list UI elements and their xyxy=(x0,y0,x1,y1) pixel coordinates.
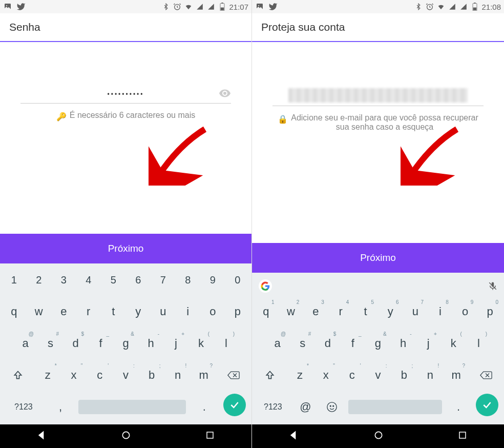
key-j[interactable]: j+ xyxy=(164,330,187,357)
key-r[interactable]: r xyxy=(77,298,100,325)
key-o[interactable]: o xyxy=(201,298,224,325)
key-g[interactable]: g& xyxy=(366,330,389,357)
next-button[interactable]: Próximo xyxy=(0,234,251,263)
kb-row-2: q1w2e3r4t5y6u7i8o9p0 xyxy=(254,298,502,325)
svg-rect-12 xyxy=(474,3,476,4)
comma-key[interactable]: , xyxy=(47,394,75,420)
key-l[interactable]: l) xyxy=(467,330,490,357)
period-key[interactable]: . xyxy=(446,394,471,420)
key-4[interactable]: 4 xyxy=(77,267,100,293)
key-n[interactable]: n! xyxy=(166,362,190,389)
header: Senha xyxy=(0,13,251,42)
back-button[interactable] xyxy=(279,426,309,446)
key-w[interactable]: w2 xyxy=(280,298,303,325)
key-i[interactable]: i8 xyxy=(429,298,452,325)
key-m[interactable]: m? xyxy=(444,362,468,389)
key-b[interactable]: b; xyxy=(392,362,416,389)
at-key[interactable]: @ xyxy=(293,394,318,420)
key-f[interactable]: f_ xyxy=(89,330,112,357)
key-7[interactable]: 7 xyxy=(152,267,175,293)
key-m[interactable]: m? xyxy=(192,362,216,389)
google-icon[interactable] xyxy=(259,279,272,293)
key-s[interactable]: s# xyxy=(39,330,62,357)
twitter-icon xyxy=(16,2,26,11)
home-button[interactable] xyxy=(111,426,141,446)
key-3[interactable]: 3 xyxy=(52,267,75,293)
email-input[interactable] xyxy=(272,88,484,106)
key-z[interactable]: z* xyxy=(36,362,60,389)
home-button[interactable] xyxy=(363,426,394,446)
key-x[interactable]: x" xyxy=(62,362,86,389)
shift-key[interactable] xyxy=(255,362,286,389)
key-x[interactable]: x" xyxy=(314,362,338,389)
space-key[interactable] xyxy=(76,394,188,420)
key-9[interactable]: 9 xyxy=(201,267,224,293)
backspace-key[interactable] xyxy=(218,362,249,389)
shift-key[interactable] xyxy=(3,362,34,389)
key-e[interactable]: e xyxy=(52,298,75,325)
key-p[interactable]: p0 xyxy=(478,298,501,325)
password-input[interactable]: •••••••••• xyxy=(20,88,231,104)
key-8[interactable]: 8 xyxy=(177,267,200,293)
key-w[interactable]: w xyxy=(28,298,51,325)
space-key[interactable] xyxy=(346,394,444,420)
key-z[interactable]: z* xyxy=(288,362,312,389)
signal-icon xyxy=(448,2,457,11)
key-t[interactable]: t5 xyxy=(354,298,377,325)
key-d[interactable]: d$ xyxy=(316,330,339,357)
key-k[interactable]: k( xyxy=(442,330,465,357)
key-l[interactable]: l) xyxy=(215,330,238,357)
key-c[interactable]: c' xyxy=(88,362,112,389)
recents-button[interactable] xyxy=(195,426,225,446)
back-button[interactable] xyxy=(27,426,57,446)
key-j[interactable]: j+ xyxy=(417,330,440,357)
key-h[interactable]: h- xyxy=(392,330,415,357)
key-d[interactable]: d$ xyxy=(64,330,87,357)
wifi-icon xyxy=(184,2,193,11)
next-button[interactable]: Próximo xyxy=(252,243,504,273)
key-c[interactable]: c' xyxy=(340,362,364,389)
key-5[interactable]: 5 xyxy=(102,267,125,293)
key-k[interactable]: k( xyxy=(190,330,213,357)
emoji-key[interactable] xyxy=(320,394,344,420)
key-g[interactable]: g& xyxy=(114,330,137,357)
key-u[interactable]: u7 xyxy=(404,298,427,325)
key-q[interactable]: q1 xyxy=(255,298,278,325)
key-0[interactable]: 0 xyxy=(226,267,249,293)
period-key[interactable]: . xyxy=(190,394,218,420)
symbols-key[interactable]: ?123 xyxy=(255,394,291,420)
key-p[interactable]: p xyxy=(226,298,249,325)
key-e[interactable]: e3 xyxy=(304,298,327,325)
key-y[interactable]: y xyxy=(127,298,150,325)
key-y[interactable]: y6 xyxy=(379,298,402,325)
key-s[interactable]: s# xyxy=(291,330,314,357)
key-u[interactable]: u xyxy=(152,298,175,325)
key-f[interactable]: f_ xyxy=(341,330,364,357)
key-2[interactable]: 2 xyxy=(28,267,51,293)
key-6[interactable]: 6 xyxy=(127,267,150,293)
enter-key[interactable] xyxy=(476,394,498,416)
enter-key[interactable] xyxy=(223,394,246,416)
mic-off-icon[interactable] xyxy=(488,281,497,291)
key-r[interactable]: r4 xyxy=(329,298,352,325)
key-v[interactable]: v: xyxy=(366,362,390,389)
key-h[interactable]: h- xyxy=(139,330,162,357)
key-n[interactable]: n! xyxy=(418,362,442,389)
recents-button[interactable] xyxy=(448,426,477,446)
visibility-toggle-icon[interactable] xyxy=(219,87,231,101)
key-a[interactable]: a@ xyxy=(14,330,37,357)
key-t[interactable]: t xyxy=(102,298,125,325)
key-b[interactable]: b; xyxy=(140,362,164,389)
page-title: Proteja sua conta xyxy=(261,21,345,33)
key-i[interactable]: i xyxy=(177,298,200,325)
key-a[interactable]: a@ xyxy=(266,330,289,357)
symbols-key[interactable]: ?123 xyxy=(3,394,45,420)
key-q[interactable]: q xyxy=(3,298,26,325)
svg-rect-5 xyxy=(221,8,224,11)
key-v[interactable]: v: xyxy=(114,362,138,389)
backspace-key[interactable] xyxy=(470,362,501,389)
gallery-icon xyxy=(3,2,12,11)
key-1[interactable]: 1 xyxy=(3,267,26,293)
key-o[interactable]: o9 xyxy=(454,298,477,325)
kb-row-2: qwertyuiop xyxy=(2,298,250,325)
